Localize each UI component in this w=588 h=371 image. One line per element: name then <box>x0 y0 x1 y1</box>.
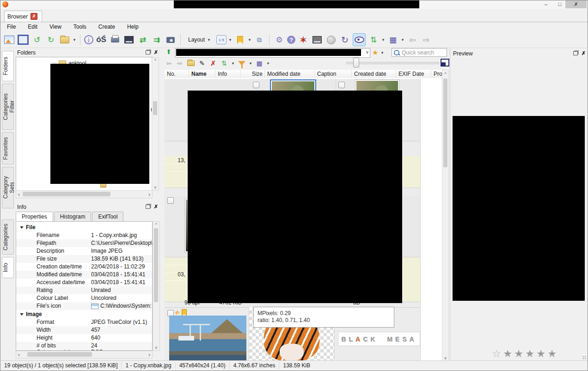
convert-icon[interactable]: ⇄ <box>137 34 149 46</box>
menu-file[interactable]: File <box>7 24 16 30</box>
sort-dropdown-icon[interactable]: ▾ <box>231 61 235 66</box>
close-button[interactable]: ✗ <box>565 0 587 8</box>
col-properties[interactable]: Pro <box>431 70 442 78</box>
back-icon[interactable]: ⇦ <box>406 34 418 46</box>
menu-help[interactable]: Help <box>127 24 139 30</box>
filter-funnel-icon[interactable] <box>238 59 246 67</box>
forward-icon[interactable]: ⇨ <box>420 34 432 46</box>
folder-tree-icon[interactable]: ⧉ <box>253 34 265 46</box>
preview-eye-icon[interactable] <box>353 33 366 46</box>
maximize-button[interactable]: □ <box>554 0 565 8</box>
layout-dropdown-button[interactable]: Layout ▾ <box>184 35 214 45</box>
refresh-icon[interactable]: ↻ <box>339 34 351 46</box>
help-icon[interactable]: ? <box>287 36 295 44</box>
sort-dropdown-icon[interactable]: ▾ <box>381 37 385 42</box>
filter-dropdown-icon[interactable]: ▾ <box>249 61 252 66</box>
view-mode-dropdown-icon[interactable]: ▾ <box>401 37 404 42</box>
scroll-up-icon[interactable]: ^ <box>152 58 159 63</box>
col-created-date[interactable]: Created date <box>352 70 396 78</box>
scroll-down-icon[interactable]: v <box>153 345 159 350</box>
tab-close-icon[interactable]: ✗ <box>31 13 37 20</box>
path-combobox[interactable]: ∨ <box>175 48 370 58</box>
minimize-button[interactable]: – <box>540 0 551 8</box>
fullscreen-icon[interactable] <box>17 34 29 46</box>
bookmark-icon[interactable] <box>234 34 246 46</box>
item-checkbox[interactable] <box>338 82 345 88</box>
menu-view[interactable]: View <box>49 24 61 30</box>
item-checkbox[interactable] <box>253 82 259 88</box>
folder-refresh-dropdown-icon[interactable]: ▾ <box>73 37 76 42</box>
favorites-star-icon[interactable]: ★ <box>372 49 378 57</box>
thumbnail-blackmesa[interactable]: BLACK MESA <box>338 332 420 346</box>
file-info-icon[interactable]: i <box>84 35 93 44</box>
filelist-vscrollbar[interactable]: ^ v <box>442 70 449 362</box>
info-hscrollbar[interactable]: ‹ › <box>16 351 153 359</box>
resize-grip[interactable] <box>582 356 586 359</box>
rating-star-1-icon[interactable]: ★1 <box>502 348 513 359</box>
col-caption[interactable]: Caption <box>315 70 352 78</box>
view-mode-icon[interactable]: ▦ <box>387 34 399 46</box>
capture-icon[interactable] <box>165 34 177 46</box>
wallpaper-icon[interactable] <box>311 34 323 46</box>
quick-search-box[interactable]: Quick search <box>392 48 447 57</box>
thumbnail-label-dropdown-icon[interactable]: ▾ <box>228 37 232 42</box>
folder-refresh-icon[interactable] <box>59 34 71 46</box>
tab-exiftool[interactable]: ExifTool <box>92 212 123 222</box>
close-panel-icon[interactable]: ✗ <box>154 49 158 55</box>
rating-star-2-icon[interactable]: ★2 <box>514 348 524 359</box>
scroll-down-icon[interactable]: v <box>442 356 448 360</box>
up-folder-icon[interactable]: ⬆ <box>165 48 173 57</box>
list-view-dropdown-icon[interactable]: ▾ <box>266 61 270 66</box>
menu-create[interactable]: Create <box>98 24 115 30</box>
folders-hscrollbar[interactable]: ‹ › <box>16 190 153 198</box>
float-panel-icon[interactable] <box>146 50 150 55</box>
folders-vscrollbar[interactable]: ^ v <box>152 57 159 190</box>
panel-toggle-icon[interactable] <box>441 59 449 67</box>
col-modified-date[interactable]: Modified date <box>265 70 315 78</box>
menu-edit[interactable]: Edit <box>28 24 37 30</box>
redo-icon[interactable]: ↻ <box>45 34 57 46</box>
scroll-thumb[interactable] <box>153 101 157 115</box>
rating-star-clear-icon[interactable]: ☆ <box>491 348 502 359</box>
close-panel-icon[interactable]: ✗ <box>154 204 158 210</box>
sort-icon[interactable]: ⇅ <box>220 59 228 67</box>
search-binoculars-icon[interactable]: óŚ <box>95 34 107 46</box>
scroll-up-icon[interactable]: ^ <box>442 72 448 76</box>
col-name[interactable]: Name <box>189 70 215 78</box>
sidebar-tab-categories[interactable]: Categories <box>2 219 14 255</box>
sidebar-tab-folders[interactable]: Folders <box>2 51 14 81</box>
slideshow-icon[interactable] <box>123 34 135 46</box>
rating-star-3-icon[interactable]: ★3 <box>525 348 535 359</box>
scroll-right-icon[interactable]: › <box>147 352 152 358</box>
scroll-left-icon[interactable]: ‹ <box>16 352 22 358</box>
col-info[interactable]: Info <box>215 70 241 78</box>
plugins-icon[interactable]: ✶ <box>297 34 309 46</box>
undo-icon[interactable]: ↺ <box>31 34 43 46</box>
section-image[interactable]: Image <box>20 310 42 318</box>
thumb-size-slider-thumb[interactable] <box>353 58 359 67</box>
menu-tools[interactable]: Tools <box>74 24 86 30</box>
thumbnail-label-icon[interactable]: 1·5 <box>216 35 227 44</box>
history-back-icon[interactable]: ⇦ <box>165 59 173 67</box>
favorites-dropdown-icon[interactable]: ▾ <box>380 50 384 55</box>
rename-icon[interactable]: ✎ <box>198 59 206 67</box>
rating-star-4-icon[interactable]: ★4 <box>536 348 546 359</box>
print-icon[interactable] <box>109 34 121 46</box>
scroll-thumb[interactable] <box>443 79 447 167</box>
scroll-thumb[interactable] <box>154 228 158 302</box>
info-vscrollbar[interactable]: ^ v <box>153 221 160 351</box>
thumb-size-slider-track[interactable] <box>346 62 439 64</box>
sort-updown-icon[interactable]: ⇅ <box>368 34 380 46</box>
float-panel-icon[interactable] <box>146 205 150 209</box>
tab-browser[interactable]: Browser ✗ <box>4 11 42 22</box>
sidebar-tab-info[interactable]: Info <box>2 257 14 278</box>
sidebar-tab-category-sets[interactable]: Category Sets <box>2 167 14 208</box>
rating-star-5-icon[interactable]: ★5 <box>547 348 557 359</box>
col-exif-date[interactable]: EXIF Date <box>396 70 431 78</box>
sidebar-tab-categories-filter[interactable]: Categories Filter <box>2 84 14 130</box>
record-icon[interactable] <box>325 34 337 46</box>
list-view-mode-icon[interactable]: ▦ <box>255 59 263 67</box>
browse-image-icon[interactable] <box>3 34 15 46</box>
float-panel-icon[interactable] <box>573 51 578 55</box>
bookmark-dropdown-icon[interactable]: ▾ <box>248 37 251 42</box>
